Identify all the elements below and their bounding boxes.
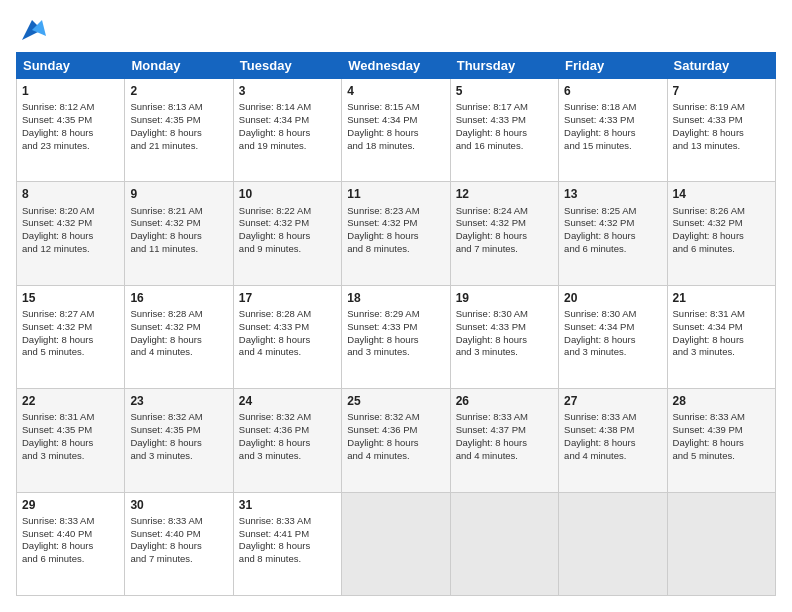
day-header-sunday: Sunday <box>17 53 125 79</box>
day-number: 1 <box>22 83 119 99</box>
day-info-line: and 6 minutes. <box>564 243 661 256</box>
calendar-cell: 26Sunrise: 8:33 AMSunset: 4:37 PMDayligh… <box>450 389 558 492</box>
day-info-line: Sunrise: 8:12 AM <box>22 101 119 114</box>
day-info-line: Daylight: 8 hours <box>673 230 770 243</box>
day-info-line: Daylight: 8 hours <box>130 334 227 347</box>
day-info-line: Sunset: 4:38 PM <box>564 424 661 437</box>
day-info-line: Sunset: 4:40 PM <box>22 528 119 541</box>
day-info-line: Daylight: 8 hours <box>130 230 227 243</box>
calendar-cell <box>450 492 558 595</box>
day-info-line: Sunrise: 8:32 AM <box>347 411 444 424</box>
day-info-line: Sunrise: 8:30 AM <box>564 308 661 321</box>
day-info-line: Sunrise: 8:33 AM <box>456 411 553 424</box>
day-info-line: Sunrise: 8:14 AM <box>239 101 336 114</box>
day-info-line: Daylight: 8 hours <box>564 437 661 450</box>
day-info-line: Sunrise: 8:33 AM <box>564 411 661 424</box>
day-number: 9 <box>130 186 227 202</box>
day-header-thursday: Thursday <box>450 53 558 79</box>
day-info-line: Daylight: 8 hours <box>22 230 119 243</box>
day-info-line: Sunrise: 8:29 AM <box>347 308 444 321</box>
day-info-line: Sunrise: 8:32 AM <box>239 411 336 424</box>
day-info-line: and 3 minutes. <box>347 346 444 359</box>
day-info-line: Daylight: 8 hours <box>673 437 770 450</box>
day-info-line: Daylight: 8 hours <box>22 127 119 140</box>
day-info-line: Daylight: 8 hours <box>130 127 227 140</box>
day-info-line: Daylight: 8 hours <box>239 437 336 450</box>
day-info-line: Sunrise: 8:20 AM <box>22 205 119 218</box>
day-number: 14 <box>673 186 770 202</box>
calendar-cell: 10Sunrise: 8:22 AMSunset: 4:32 PMDayligh… <box>233 182 341 285</box>
calendar-cell: 24Sunrise: 8:32 AMSunset: 4:36 PMDayligh… <box>233 389 341 492</box>
day-info-line: Daylight: 8 hours <box>456 437 553 450</box>
day-info-line: and 3 minutes. <box>456 346 553 359</box>
day-info-line: and 19 minutes. <box>239 140 336 153</box>
day-info-line: Daylight: 8 hours <box>456 334 553 347</box>
day-info-line: and 7 minutes. <box>456 243 553 256</box>
day-number: 19 <box>456 290 553 306</box>
day-info-line: Daylight: 8 hours <box>673 334 770 347</box>
day-number: 15 <box>22 290 119 306</box>
day-info-line: Sunset: 4:33 PM <box>673 114 770 127</box>
day-info-line: and 4 minutes. <box>564 450 661 463</box>
calendar-cell: 27Sunrise: 8:33 AMSunset: 4:38 PMDayligh… <box>559 389 667 492</box>
day-info-line: Daylight: 8 hours <box>347 437 444 450</box>
day-info-line: and 13 minutes. <box>673 140 770 153</box>
day-info-line: Daylight: 8 hours <box>347 334 444 347</box>
calendar-cell: 11Sunrise: 8:23 AMSunset: 4:32 PMDayligh… <box>342 182 450 285</box>
calendar-cell: 19Sunrise: 8:30 AMSunset: 4:33 PMDayligh… <box>450 285 558 388</box>
calendar-cell: 9Sunrise: 8:21 AMSunset: 4:32 PMDaylight… <box>125 182 233 285</box>
day-info-line: Sunrise: 8:23 AM <box>347 205 444 218</box>
day-info-line: Sunrise: 8:27 AM <box>22 308 119 321</box>
page: SundayMondayTuesdayWednesdayThursdayFrid… <box>0 0 792 612</box>
day-info-line: Sunrise: 8:30 AM <box>456 308 553 321</box>
day-info-line: Sunset: 4:33 PM <box>239 321 336 334</box>
day-number: 7 <box>673 83 770 99</box>
day-info-line: Daylight: 8 hours <box>564 127 661 140</box>
calendar-cell: 2Sunrise: 8:13 AMSunset: 4:35 PMDaylight… <box>125 79 233 182</box>
day-number: 12 <box>456 186 553 202</box>
day-info-line: Daylight: 8 hours <box>239 230 336 243</box>
day-info-line: Daylight: 8 hours <box>456 230 553 243</box>
calendar-cell: 29Sunrise: 8:33 AMSunset: 4:40 PMDayligh… <box>17 492 125 595</box>
day-number: 11 <box>347 186 444 202</box>
day-info-line: and 4 minutes. <box>239 346 336 359</box>
day-number: 16 <box>130 290 227 306</box>
logo <box>16 16 46 44</box>
calendar-cell: 1Sunrise: 8:12 AMSunset: 4:35 PMDaylight… <box>17 79 125 182</box>
calendar-cell <box>667 492 775 595</box>
day-info-line: Sunset: 4:35 PM <box>22 424 119 437</box>
day-number: 30 <box>130 497 227 513</box>
day-info-line: Daylight: 8 hours <box>22 334 119 347</box>
day-info-line: and 4 minutes. <box>347 450 444 463</box>
day-info-line: Sunset: 4:32 PM <box>239 217 336 230</box>
day-header-tuesday: Tuesday <box>233 53 341 79</box>
calendar-cell: 3Sunrise: 8:14 AMSunset: 4:34 PMDaylight… <box>233 79 341 182</box>
day-info-line: and 11 minutes. <box>130 243 227 256</box>
day-number: 6 <box>564 83 661 99</box>
day-info-line: and 4 minutes. <box>456 450 553 463</box>
day-info-line: and 5 minutes. <box>22 346 119 359</box>
calendar-cell: 8Sunrise: 8:20 AMSunset: 4:32 PMDaylight… <box>17 182 125 285</box>
day-info-line: Daylight: 8 hours <box>564 334 661 347</box>
day-info-line: Daylight: 8 hours <box>347 127 444 140</box>
calendar-cell: 28Sunrise: 8:33 AMSunset: 4:39 PMDayligh… <box>667 389 775 492</box>
day-info-line: Sunrise: 8:22 AM <box>239 205 336 218</box>
day-info-line: Sunset: 4:39 PM <box>673 424 770 437</box>
day-info-line: Sunset: 4:33 PM <box>456 114 553 127</box>
day-info-line: Sunset: 4:33 PM <box>564 114 661 127</box>
day-info-line: Sunrise: 8:31 AM <box>673 308 770 321</box>
day-info-line: Sunset: 4:32 PM <box>130 217 227 230</box>
day-number: 25 <box>347 393 444 409</box>
day-info-line: Sunrise: 8:17 AM <box>456 101 553 114</box>
day-info-line: Sunrise: 8:28 AM <box>239 308 336 321</box>
day-info-line: and 9 minutes. <box>239 243 336 256</box>
day-info-line: Sunset: 4:33 PM <box>347 321 444 334</box>
day-info-line: Sunrise: 8:24 AM <box>456 205 553 218</box>
calendar-cell: 17Sunrise: 8:28 AMSunset: 4:33 PMDayligh… <box>233 285 341 388</box>
day-info-line: Daylight: 8 hours <box>673 127 770 140</box>
day-number: 2 <box>130 83 227 99</box>
day-number: 31 <box>239 497 336 513</box>
day-info-line: Sunrise: 8:25 AM <box>564 205 661 218</box>
day-info-line: and 3 minutes. <box>673 346 770 359</box>
day-info-line: and 3 minutes. <box>130 450 227 463</box>
